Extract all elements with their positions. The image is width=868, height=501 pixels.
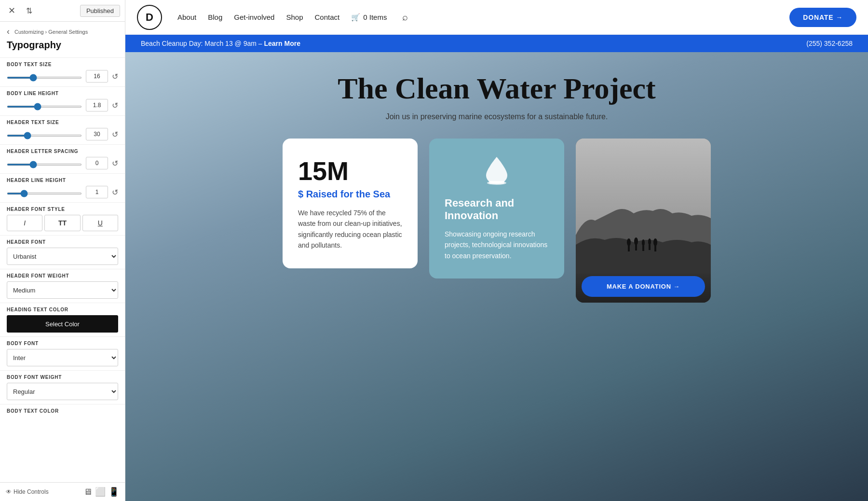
header-letter-spacing-reset[interactable]: ↺ bbox=[112, 159, 118, 168]
mobile-view-button[interactable]: 📱 bbox=[108, 487, 119, 497]
cards-row: 15M $ Raised for the Sea We have recycle… bbox=[283, 139, 711, 303]
swap-button[interactable]: ⇅ bbox=[22, 4, 36, 17]
body-text-size-slider-wrapper bbox=[7, 72, 82, 81]
left-panel: ✕ ⇅ Published ‹ Customizing › General Se… bbox=[0, 0, 125, 501]
learn-more-link[interactable]: Learn More bbox=[264, 40, 300, 47]
select-color-button[interactable]: Select Color bbox=[7, 315, 118, 333]
header-text-size-reset[interactable]: ↺ bbox=[112, 130, 118, 139]
svg-rect-9 bbox=[642, 246, 644, 251]
header-line-height-slider-wrapper bbox=[7, 188, 82, 196]
nav-link-blog[interactable]: Blog bbox=[208, 13, 222, 21]
header-font-weight-select[interactable]: Light Medium Bold bbox=[7, 281, 118, 299]
nav-link-about[interactable]: About bbox=[177, 13, 196, 21]
tablet-view-button[interactable]: ⬜ bbox=[95, 487, 106, 497]
announcement-phone: (255) 352-6258 bbox=[806, 40, 853, 47]
hero-title: The Clean Water Project bbox=[338, 71, 655, 106]
panel-top-bar: ✕ ⇅ Published bbox=[0, 0, 125, 22]
body-line-height-slider[interactable] bbox=[7, 106, 82, 108]
body-font-label: BODY FONT bbox=[7, 341, 118, 346]
body-text-size-reset[interactable]: ↺ bbox=[112, 72, 118, 81]
published-button[interactable]: Published bbox=[80, 5, 120, 17]
bold-button[interactable]: TT bbox=[44, 215, 80, 231]
water-drop-icon bbox=[445, 156, 549, 189]
hide-controls-button[interactable]: 👁 Hide Controls bbox=[6, 488, 49, 495]
body-text-color-section: BODY TEXT COLOR bbox=[0, 404, 125, 420]
header-letter-spacing-slider-wrapper bbox=[7, 159, 82, 167]
card-description: We have recycled 75% of the waste from o… bbox=[298, 208, 402, 251]
header-line-height-slider[interactable] bbox=[7, 193, 82, 195]
header-text-size-slider[interactable] bbox=[7, 135, 82, 137]
hero-subtitle: Join us in preserving marine ecosystems … bbox=[386, 112, 608, 121]
body-line-height-label: BODY LINE HEIGHT bbox=[7, 91, 118, 96]
header-line-height-row: ↺ bbox=[7, 186, 118, 198]
hide-controls-label: Hide Controls bbox=[14, 488, 49, 495]
header-font-style-section: HEADER FONT STYLE I TT U bbox=[0, 202, 125, 235]
card-title: Research and Innovation bbox=[445, 197, 549, 222]
nav-link-get-involved[interactable]: Get-involved bbox=[234, 13, 274, 21]
body-font-weight-label: BODY FONT WEIGHT bbox=[7, 375, 118, 380]
header-font-weight-label: HEADER FONT WEIGHT bbox=[7, 273, 118, 278]
header-letter-spacing-label: HEADER LETTER SPACING bbox=[7, 149, 118, 154]
card-number: 15M bbox=[298, 156, 402, 186]
site-nav: D About Blog Get-involved Shop Contact 🛒… bbox=[125, 0, 868, 35]
font-style-row: I TT U bbox=[7, 215, 118, 231]
header-letter-spacing-section: HEADER LETTER SPACING ↺ bbox=[0, 144, 125, 173]
donate-button[interactable]: DONATE → bbox=[789, 8, 856, 27]
body-text-size-row: ↺ bbox=[7, 70, 118, 83]
body-line-height-row: ↺ bbox=[7, 99, 118, 111]
body-text-size-section: BODY TEXT SIZE ↺ bbox=[0, 57, 125, 86]
body-font-weight-section: BODY FONT WEIGHT Light Regular Medium Bo… bbox=[0, 370, 125, 404]
header-letter-spacing-input[interactable] bbox=[86, 157, 108, 169]
body-line-height-section: BODY LINE HEIGHT ↺ bbox=[0, 86, 125, 115]
body-font-weight-select[interactable]: Light Regular Medium Bold bbox=[7, 383, 118, 400]
card-image: MAKE A DONATION → bbox=[576, 139, 711, 303]
back-button[interactable]: ‹ bbox=[7, 27, 12, 37]
svg-point-6 bbox=[634, 237, 638, 245]
desktop-view-button[interactable]: 🖥 bbox=[83, 487, 92, 497]
body-text-size-input[interactable] bbox=[86, 70, 108, 83]
nav-links: About Blog Get-involved Shop Contact 🛒 0… bbox=[177, 12, 774, 23]
header-font-style-label: HEADER FONT STYLE bbox=[7, 207, 118, 212]
header-font-select[interactable]: Urbanist Inter Georgia Arial bbox=[7, 248, 118, 265]
nav-link-contact[interactable]: Contact bbox=[315, 13, 340, 21]
header-letter-spacing-slider[interactable] bbox=[7, 164, 82, 166]
nav-link-shop[interactable]: Shop bbox=[286, 13, 303, 21]
heading-text-color-label: HEADING TEXT COLOR bbox=[7, 307, 118, 312]
header-text-size-section: HEADER TEXT SIZE ↺ bbox=[0, 115, 125, 144]
card-description-2: Showcasing ongoing research projects, te… bbox=[445, 229, 549, 261]
preview-area: D About Blog Get-involved Shop Contact 🛒… bbox=[125, 0, 868, 501]
italic-button[interactable]: I bbox=[7, 215, 42, 231]
body-font-section: BODY FONT Inter Arial Georgia Roboto bbox=[0, 336, 125, 370]
header-text-size-slider-wrapper bbox=[7, 130, 82, 139]
make-donation-button[interactable]: MAKE A DONATION → bbox=[582, 276, 705, 297]
svg-rect-13 bbox=[654, 246, 656, 251]
body-line-height-slider-wrapper bbox=[7, 101, 82, 110]
eye-icon: 👁 bbox=[6, 488, 12, 495]
search-icon[interactable]: ⌕ bbox=[402, 12, 408, 23]
header-line-height-reset[interactable]: ↺ bbox=[112, 188, 118, 197]
body-font-select[interactable]: Inter Arial Georgia Roboto bbox=[7, 349, 118, 366]
panel-title: Typography bbox=[0, 40, 125, 57]
body-text-size-slider[interactable] bbox=[7, 77, 82, 79]
svg-rect-11 bbox=[649, 245, 651, 250]
card-research: Research and Innovation Showcasing ongoi… bbox=[429, 139, 564, 278]
svg-point-4 bbox=[627, 238, 631, 246]
cart-icon: 🛒 bbox=[351, 13, 360, 22]
body-line-height-input[interactable] bbox=[86, 99, 108, 111]
card-raised: 15M $ Raised for the Sea We have recycle… bbox=[283, 139, 418, 268]
cart-area[interactable]: 🛒 0 Items bbox=[351, 13, 387, 22]
header-line-height-label: HEADER LINE HEIGHT bbox=[7, 178, 118, 183]
header-font-section: HEADER FONT Urbanist Inter Georgia Arial bbox=[0, 235, 125, 269]
header-line-height-input[interactable] bbox=[86, 186, 108, 198]
svg-point-10 bbox=[648, 238, 651, 245]
body-text-size-label: BODY TEXT SIZE bbox=[7, 62, 118, 67]
announcement-text: Beach Cleanup Day: March 13 @ 9am – Lear… bbox=[141, 40, 300, 47]
site-logo: D bbox=[137, 5, 162, 30]
close-button[interactable]: ✕ bbox=[5, 4, 18, 17]
header-text-size-row: ↺ bbox=[7, 128, 118, 140]
breadcrumb-area: ‹ Customizing › General Settings bbox=[0, 22, 125, 40]
heading-text-color-section: HEADING TEXT COLOR Select Color bbox=[0, 303, 125, 336]
body-line-height-reset[interactable]: ↺ bbox=[112, 101, 118, 110]
underline-button[interactable]: U bbox=[82, 215, 118, 231]
header-text-size-input[interactable] bbox=[86, 128, 108, 140]
